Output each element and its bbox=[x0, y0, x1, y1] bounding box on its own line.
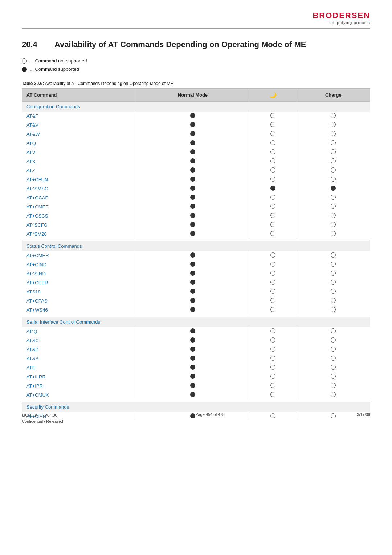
normal-mode-cell bbox=[136, 296, 249, 305]
empty-circle bbox=[331, 252, 336, 258]
at-commands-table: AT Command Normal Mode 🌙 Charge Configur… bbox=[22, 88, 370, 421]
cmd-cell: ATZ bbox=[22, 166, 136, 175]
empty-circle bbox=[331, 222, 336, 227]
group-header-label: Status Control Commands bbox=[22, 241, 370, 251]
filled-circle bbox=[190, 262, 195, 267]
charge-mode-cell bbox=[297, 354, 370, 363]
table-row: ATV bbox=[22, 148, 370, 157]
normal-mode-cell bbox=[136, 202, 249, 211]
filled-circle bbox=[190, 298, 195, 303]
sleep-mode-cell bbox=[249, 202, 297, 211]
cmd-cell: AT+CSCS bbox=[22, 211, 136, 220]
table-row: AT+GCAP bbox=[22, 193, 370, 202]
filled-circle bbox=[190, 365, 195, 370]
empty-circle bbox=[270, 262, 275, 267]
section-heading: 20.4 Availability of AT Commands Dependi… bbox=[22, 40, 370, 49]
table-caption-text: Availability of AT Commands Depending on… bbox=[45, 81, 173, 86]
page-footer: MC55_ATC_V04.00 Confidential / Released … bbox=[22, 410, 370, 425]
table-row: AT^SIND bbox=[22, 269, 370, 278]
filled-circle bbox=[190, 131, 195, 136]
sleep-mode-cell bbox=[249, 166, 297, 175]
filled-circle bbox=[190, 328, 195, 333]
sleep-mode-cell bbox=[249, 184, 297, 193]
empty-circle bbox=[270, 158, 275, 163]
empty-circle bbox=[331, 347, 336, 352]
sleep-mode-cell bbox=[249, 363, 297, 372]
cmd-cell: ATV bbox=[22, 148, 136, 157]
filled-circle bbox=[190, 113, 195, 118]
filled-circle bbox=[190, 347, 195, 352]
group-header-row: Configuration Commands bbox=[22, 101, 370, 112]
normal-mode-cell bbox=[136, 157, 249, 166]
filled-circle bbox=[190, 307, 195, 312]
filled-circle bbox=[190, 374, 195, 379]
filled-circle bbox=[190, 271, 195, 276]
section-number: 20.4 bbox=[22, 40, 44, 49]
col-at-command: AT Command bbox=[22, 88, 136, 101]
empty-circle bbox=[331, 122, 336, 127]
sleep-mode-cell bbox=[249, 390, 297, 400]
charge-mode-cell bbox=[297, 260, 370, 269]
sleep-mode-cell bbox=[249, 211, 297, 220]
normal-mode-cell bbox=[136, 220, 249, 230]
sleep-mode-cell bbox=[249, 269, 297, 278]
empty-circle bbox=[331, 356, 336, 361]
logo: BRODERSEN simplifying process bbox=[313, 11, 370, 25]
normal-mode-cell bbox=[136, 175, 249, 184]
cmd-cell: AT+ILRR bbox=[22, 372, 136, 381]
empty-circle bbox=[331, 392, 336, 397]
charge-mode-cell bbox=[297, 157, 370, 166]
normal-mode-cell bbox=[136, 130, 249, 139]
cmd-cell: AT&V bbox=[22, 121, 136, 130]
charge-mode-cell bbox=[297, 202, 370, 211]
table-row: AT+WS46 bbox=[22, 305, 370, 315]
sleep-mode-cell bbox=[249, 345, 297, 354]
empty-circle bbox=[270, 140, 275, 145]
empty-circle bbox=[270, 328, 275, 333]
sleep-mode-cell bbox=[249, 139, 297, 148]
normal-mode-cell bbox=[136, 372, 249, 381]
empty-circle-icon bbox=[22, 58, 27, 64]
table-caption: Table 20.6: Availability of AT Commands … bbox=[22, 81, 370, 86]
charge-mode-cell bbox=[297, 166, 370, 175]
charge-mode-cell bbox=[297, 148, 370, 157]
empty-circle bbox=[331, 365, 336, 370]
table-row: AT&F bbox=[22, 112, 370, 121]
cmd-cell: AT+CPAS bbox=[22, 296, 136, 305]
empty-circle bbox=[270, 298, 275, 303]
sleep-mode-cell bbox=[249, 251, 297, 260]
cmd-cell: AT+CIND bbox=[22, 260, 136, 269]
charge-mode-cell bbox=[297, 327, 370, 336]
sleep-mode-cell bbox=[249, 112, 297, 121]
filled-circle bbox=[270, 186, 275, 191]
normal-mode-cell bbox=[136, 336, 249, 345]
sleep-mode-cell bbox=[249, 130, 297, 139]
normal-mode-cell bbox=[136, 139, 249, 148]
header-divider bbox=[22, 28, 370, 29]
charge-mode-cell bbox=[297, 336, 370, 345]
table-row: AT+CIND bbox=[22, 260, 370, 269]
table-row: AT^SCFG bbox=[22, 220, 370, 230]
filled-circle bbox=[190, 149, 195, 154]
empty-circle bbox=[331, 271, 336, 276]
cmd-cell: AT^SIND bbox=[22, 269, 136, 278]
normal-mode-cell bbox=[136, 184, 249, 193]
empty-circle bbox=[270, 149, 275, 154]
sleep-mode-cell bbox=[249, 296, 297, 305]
empty-circle bbox=[331, 383, 336, 388]
charge-mode-cell bbox=[297, 381, 370, 390]
cmd-cell: AT&D bbox=[22, 345, 136, 354]
filled-circle bbox=[190, 140, 195, 145]
normal-mode-cell bbox=[136, 148, 249, 157]
empty-circle bbox=[270, 383, 275, 388]
cmd-cell: AT^SM20 bbox=[22, 230, 136, 239]
sleep-mode-cell bbox=[249, 278, 297, 287]
normal-mode-cell bbox=[136, 381, 249, 390]
empty-circle bbox=[331, 213, 336, 218]
charge-mode-cell bbox=[297, 211, 370, 220]
footer-date: 3/17/06 bbox=[357, 412, 370, 425]
footer-doc-id: MC55_ATC_V04.00 bbox=[22, 412, 63, 419]
legend-empty-label: ... Command not supported bbox=[30, 57, 87, 65]
filled-circle bbox=[190, 252, 195, 258]
group-header-label: Configuration Commands bbox=[22, 101, 370, 112]
